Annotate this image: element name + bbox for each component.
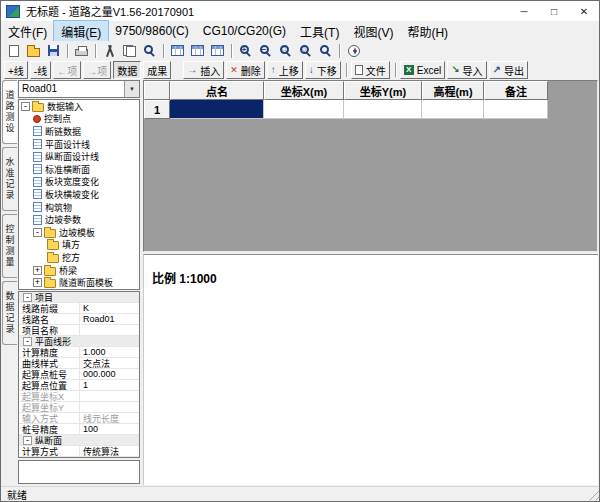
export-button[interactable]: 导出 <box>489 61 528 79</box>
result-view-button[interactable]: 成果 <box>143 61 171 79</box>
tree-item-fill[interactable]: 填方 <box>19 239 139 252</box>
column-header-coord-y[interactable]: 坐标Y(m) <box>344 81 422 100</box>
remove-line-button[interactable]: -线 <box>30 61 51 79</box>
corner-header-cell[interactable] <box>144 81 170 100</box>
maximize-button[interactable]: □ <box>539 1 569 21</box>
new-file-button[interactable] <box>4 42 23 59</box>
data-sheet-icon <box>33 215 42 225</box>
tree-item-break-chain-data[interactable]: 断链数据 <box>19 125 139 138</box>
point-table: 点名 坐标X(m) 坐标Y(m) 高程(m) 备注 1 <box>143 80 598 252</box>
column-header-elevation[interactable]: 高程(m) <box>422 81 484 100</box>
road-selector[interactable]: Road01 <box>18 80 140 98</box>
menu-item-help[interactable]: 帮助(H) <box>400 21 455 42</box>
zoom-extents-button[interactable] <box>296 42 315 59</box>
find-button[interactable] <box>140 42 159 59</box>
tree-item-standard-cross-section[interactable]: 标准横断面 <box>19 163 139 176</box>
pan-button[interactable] <box>316 42 335 59</box>
menu-item-file[interactable]: 文件(F) <box>1 21 54 42</box>
tree-item-data-input[interactable]: 数据输入 <box>19 100 139 113</box>
row-header-cell[interactable]: 1 <box>144 100 170 119</box>
next-item-button[interactable]: →项 <box>83 61 111 79</box>
app-icon[interactable] <box>6 5 20 18</box>
collapse-icon[interactable] <box>23 337 32 346</box>
insert-row-button[interactable]: 插入 <box>183 61 224 79</box>
menu-item-edit[interactable]: 编辑(E) <box>54 21 108 42</box>
cell-coord-y[interactable] <box>344 100 422 119</box>
data-sheet-icon <box>33 164 42 174</box>
menu-item-cg10-cg20[interactable]: CG10/CG20(G) <box>196 22 293 40</box>
tree-item-profile-design-line[interactable]: 纵断面设计线 <box>19 150 139 163</box>
tree-item-slope-parameters[interactable]: 边坡参数 <box>19 213 139 226</box>
prop-value[interactable]: 传统算法 <box>79 446 139 456</box>
tree-item-cut[interactable]: 挖方 <box>19 251 139 264</box>
tree-item-bridge[interactable]: 桥梁 <box>19 264 139 277</box>
side-tab-road-survey[interactable]: 道路测设 <box>2 80 17 144</box>
prop-value[interactable]: 1 <box>79 380 139 390</box>
prop-value[interactable]: 1.000 <box>79 347 139 357</box>
tree-item-structures[interactable]: 构筑物 <box>19 201 139 214</box>
collapse-icon[interactable] <box>23 293 32 302</box>
add-line-button[interactable]: +线 <box>4 61 28 79</box>
prop-label: 计算方式 <box>19 445 79 458</box>
copy-button[interactable] <box>120 42 139 59</box>
menu-item-tools[interactable]: 工具(T) <box>293 21 346 42</box>
zoom-window-button[interactable] <box>276 42 295 59</box>
collapse-icon[interactable] <box>33 228 42 237</box>
side-tab-control-survey[interactable]: 控制测量 <box>2 214 17 278</box>
drawing-preview[interactable]: 比例 1:1000 <box>143 254 598 485</box>
close-button[interactable]: ✕ <box>569 1 599 21</box>
cell-elevation[interactable] <box>422 100 484 119</box>
compass-button[interactable] <box>344 42 363 59</box>
data-table-button[interactable] <box>168 42 187 59</box>
data-view-button[interactable]: 数据 <box>113 61 141 79</box>
open-button[interactable] <box>24 42 43 59</box>
prev-item-button[interactable]: ←项 <box>53 61 81 79</box>
cell-remark[interactable] <box>484 100 548 119</box>
side-tab-level-records[interactable]: 水准记录 <box>2 147 17 211</box>
cell-point-name-selected[interactable] <box>170 100 264 119</box>
zoom-out-button[interactable] <box>256 42 275 59</box>
save-button[interactable] <box>44 42 63 59</box>
column-header-coord-x[interactable]: 坐标X(m) <box>264 81 344 100</box>
collapse-icon[interactable] <box>21 102 30 111</box>
menu-item-9750-9860[interactable]: 9750/9860(C) <box>108 22 195 40</box>
tree-item-control-points[interactable]: 控制点 <box>19 113 139 126</box>
expand-icon[interactable] <box>33 278 42 287</box>
tree-item-tunnel-section-template[interactable]: 隧道断面模板 <box>19 276 139 289</box>
copy-icon <box>123 45 136 57</box>
file-button[interactable]: 文件 <box>351 61 390 79</box>
tree-item-slab-crossfall-change[interactable]: 板块横坡变化 <box>19 188 139 201</box>
prop-calc-method[interactable]: 计算方式传统算法 <box>19 446 139 457</box>
tree-item-slab-width-change[interactable]: 板块宽度变化 <box>19 176 139 189</box>
report-table-button[interactable] <box>208 42 227 59</box>
tree-item-plan-design-line[interactable]: 平面设计线 <box>19 138 139 151</box>
cut-button[interactable] <box>100 42 119 59</box>
menu-item-view[interactable]: 视图(V) <box>346 21 400 42</box>
move-up-button[interactable]: 上移 <box>267 61 303 79</box>
prop-value[interactable]: Road01 <box>79 314 139 324</box>
minimize-button[interactable]: ─ <box>509 1 539 21</box>
prop-value[interactable]: K <box>79 303 139 313</box>
tree-item-slope-template[interactable]: 边坡模板 <box>19 226 139 239</box>
collapse-icon[interactable] <box>23 436 32 445</box>
side-tab-data-records[interactable]: 数据记录 <box>2 281 17 345</box>
main-region: 道路测设 水准记录 控制测量 数据记录 Road01 数据输入 控制点 断链数据… <box>1 80 599 486</box>
print-button[interactable] <box>72 42 91 59</box>
expand-icon[interactable] <box>33 266 42 275</box>
column-header-point-name[interactable]: 点名 <box>170 81 264 100</box>
prop-value[interactable]: 000.000 <box>79 369 139 379</box>
prop-value[interactable]: 交点法 <box>79 358 139 368</box>
delete-row-button[interactable]: 删除 <box>226 61 265 79</box>
zoom-in-button[interactable] <box>236 42 255 59</box>
resize-grip-icon[interactable] <box>586 488 599 501</box>
import-button[interactable]: 导入 <box>447 61 486 79</box>
prop-value[interactable] <box>79 325 139 335</box>
chevron-down-icon[interactable] <box>124 81 139 97</box>
remove-line-label: -线 <box>34 63 47 78</box>
cell-coord-x[interactable] <box>264 100 344 119</box>
move-down-button[interactable]: 下移 <box>305 61 341 79</box>
excel-button[interactable]: Excel <box>400 61 445 79</box>
column-header-remark[interactable]: 备注 <box>484 81 548 100</box>
prop-value[interactable]: 100 <box>79 424 139 434</box>
result-table-button[interactable] <box>188 42 207 59</box>
